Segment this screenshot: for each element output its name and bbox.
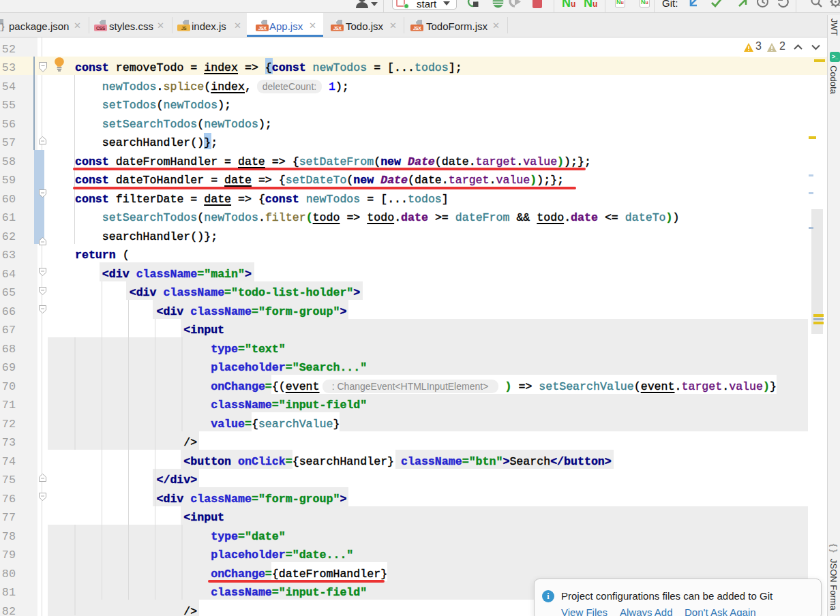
svg-text:CSS: CSS [96, 26, 106, 31]
svg-text:JSX: JSX [258, 26, 267, 31]
svg-text:JSX: JSX [333, 26, 342, 31]
svg-text:JS: JS [181, 26, 187, 31]
svg-text:JSX: JSX [413, 26, 422, 31]
